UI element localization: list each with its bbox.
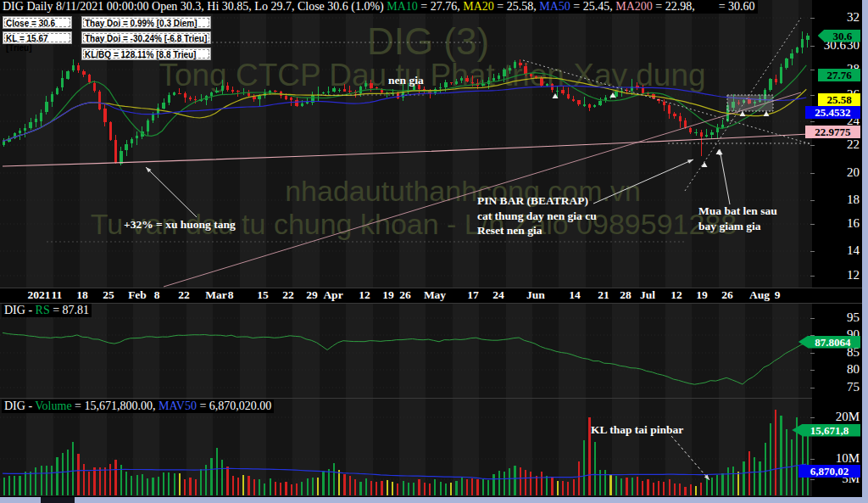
title-segment: MA50 [539, 0, 570, 13]
y-axis-tickmark [810, 121, 815, 122]
candle-bodies-down [77, 63, 777, 164]
quote-box[interactable]: Thay Doi = -30.24% [-6.8 Trieu] [81, 31, 211, 44]
annotation-line: nen gia [388, 73, 424, 88]
axis-price-tag: 25.4532 [805, 106, 860, 119]
y-axis-tickmark [810, 479, 815, 480]
quote-box[interactable]: Close = 30.6 [3, 16, 72, 29]
x-axis-label: 21 [598, 288, 609, 302]
x-axis-label: May [424, 288, 446, 302]
x-axis: 2021111825Feb822Mar8152229Apr121926May17… [0, 288, 862, 304]
x-axis-label: 9 [775, 288, 781, 302]
y-axis-tickmark [810, 417, 815, 418]
chart-window: DIG (3)Tong CTCP Dau tu Phat trien Xay d… [0, 0, 868, 503]
rs-header-segment: RS [36, 304, 50, 316]
rs-indicator-line [3, 333, 806, 384]
quote-box[interactable]: Thay Doi = 0.99% [0.3 Diem] [81, 16, 211, 29]
volume-bars-up [4, 416, 808, 495]
y-axis-label: 20 [847, 165, 860, 180]
x-axis-label: Jul [640, 288, 655, 302]
x-axis-label: 17 [467, 288, 479, 302]
x-axis-label: 15 [257, 288, 269, 302]
x-axis-label: 2021 [28, 288, 51, 302]
x-axis-label: 19 [696, 288, 708, 302]
y-axis-tickmark [810, 173, 815, 174]
x-axis-label: Jun [526, 288, 545, 302]
x-axis-label: 26 [399, 288, 411, 302]
volume-bars-neutral [180, 470, 738, 496]
x-axis-label: 8 [228, 288, 234, 302]
y-axis-tickmark [810, 95, 815, 96]
axis-price-tag: 6,870,02 [798, 465, 860, 478]
title-segment: MA20 [463, 0, 494, 13]
annotation-arrow [593, 159, 693, 204]
y-axis-tickmark [810, 251, 815, 252]
y-axis-tickmark [810, 276, 815, 277]
vertical-scrollbar[interactable] [862, 0, 868, 503]
y-axis-tickmark [810, 200, 815, 201]
quote-box[interactable]: KL = 15.67 [Trieu] [3, 31, 72, 44]
mav50-line [3, 464, 806, 479]
vol-header-segment: DIG - [4, 400, 35, 412]
rs-panel-header: DIG - RS = 87.81 [2, 304, 92, 317]
rs-header-segment: DIG - [4, 304, 36, 316]
y-axis-tickmark [810, 70, 815, 70]
annotation-line: Reset nen gia [477, 223, 597, 238]
x-axis-label: 18 [76, 288, 88, 302]
title-segment: = 27.76, [418, 0, 463, 13]
quote-box[interactable]: KL/BQ = 128.11% [8.8 Trieu] [81, 48, 211, 60]
chart-annotation: PIN BAR (BEATRAP)cat thung day nen gia c… [477, 193, 597, 238]
y-axis-label: 80 [847, 362, 860, 377]
chart-annotation: Mua bat len saubay giam gia [698, 204, 777, 233]
y-axis-label: 18 [847, 193, 860, 207]
vol-header-segment: = 15,671,800.00, [72, 400, 159, 412]
x-axis-label: 24 [492, 288, 504, 302]
buy-signal-arrow-icon [740, 111, 746, 116]
x-axis-label: 22 [178, 288, 190, 302]
annotation-line: +32% = xu huong tang [124, 217, 236, 232]
selection-box[interactable] [727, 95, 773, 111]
x-axis-label: 12 [359, 288, 370, 302]
scrollbar-thumb[interactable] [41, 497, 75, 503]
annotation-line: bay giam gia [698, 219, 777, 234]
y-axis-tickmark [810, 388, 815, 388]
y-axis-label: 20M [836, 410, 860, 424]
x-axis-label: 25 [103, 288, 114, 302]
chart-annotation: KL thap tai pinbar [591, 422, 683, 438]
y-axis-tickmark [810, 145, 815, 146]
annotation-line: PIN BAR (BEATRAP) [477, 193, 597, 209]
annotation-line: Mua bat len sau [698, 204, 777, 219]
y-axis-label: 14 [847, 243, 860, 258]
x-axis-label: 11 [52, 288, 63, 302]
title-segment: DIG Daily 8/11/2021 00:00:00 Open 30.3, … [3, 0, 387, 13]
title-segment: MA10 [387, 0, 418, 13]
y-axis-tickmark [810, 370, 815, 371]
vol-header-segment: = 6,870,020.00 [197, 400, 271, 412]
x-axis-label: 19 [382, 288, 394, 302]
y-axis-tickmark [810, 353, 815, 354]
axis-price-tag: 22.9775 [805, 126, 860, 138]
horizontal-scrollbar[interactable] [0, 497, 862, 503]
buy-signal-arrow-icon [702, 162, 708, 167]
y-axis-tickmark [810, 318, 815, 319]
axis-price-tag: 30.6 [818, 30, 860, 42]
annotation-arrow [671, 436, 709, 480]
x-axis-label: Mar [205, 288, 226, 302]
axis-price-tag: 25.58 [818, 93, 860, 106]
axis-price-tag: 15,671,8 [792, 424, 860, 437]
x-axis-label: 26 [721, 288, 733, 302]
y-axis-label: 16 [847, 216, 860, 231]
axis-price-tag: 87.8064 [798, 336, 860, 349]
x-axis-label: 28 [620, 288, 632, 302]
title-segment: = 30.60 [695, 0, 755, 13]
x-axis-label: Feb [128, 288, 147, 302]
annotation-line: KL thap tai pinbar [591, 422, 683, 438]
annotation-line: cat thung day nen gia cu [477, 209, 597, 224]
y-axis-label: 12 [847, 268, 860, 282]
y-axis-tickmark [810, 224, 815, 225]
arrowhead-icon [687, 159, 693, 164]
x-axis-label: 14 [569, 288, 581, 302]
vol-header-segment: MAV50 [159, 400, 197, 412]
volume-panel-header: DIG - Volume = 15,671,800.00, MAV50 = 6,… [2, 400, 274, 413]
y-axis-tickmark [810, 459, 815, 460]
y-axis-label: 95 [847, 310, 860, 325]
